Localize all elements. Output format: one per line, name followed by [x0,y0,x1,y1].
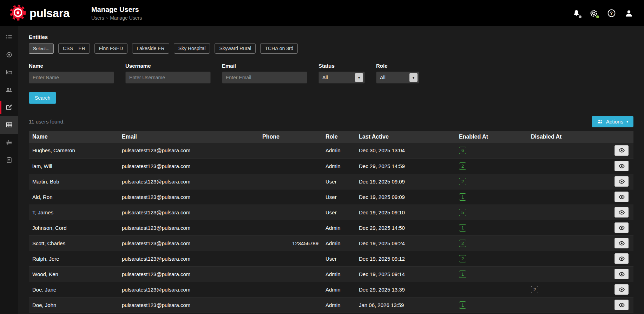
view-user-button[interactable] [615,284,629,295]
view-user-button[interactable] [615,145,629,156]
user-actions-cell [608,158,633,174]
user-last-active-cell: Dec 29, 2025 14:59 [355,158,455,174]
gear-status-icon[interactable] [589,9,598,18]
users-table-body: Hughes, Cameron pulsaratest123@pulsara.c… [29,143,633,313]
user-phone-cell [259,158,322,174]
sidebar-item-edit[interactable] [0,99,18,116]
user-role-cell: User [322,174,355,189]
account-avatar-icon[interactable] [624,9,633,18]
users-table: Name Email Phone Role Last Active Enable… [29,131,633,313]
notifications-bell-icon[interactable] [572,9,581,18]
eye-icon [618,163,625,169]
column-header-enabled-at: Enabled At [455,131,527,143]
user-last-active-cell: Dec 19, 2025 09:14 [355,266,455,282]
view-user-button[interactable] [615,176,629,187]
table-row: Doe, Jane pulsaratest123@pulsara.com Adm… [29,282,633,297]
user-name-cell: Johnson, Cord [29,220,118,235]
sidebar-item-beds[interactable] [0,64,18,81]
breadcrumb-parent[interactable]: Users [91,15,104,21]
table-row: Johnson, Cord pulsaratest123@pulsara.com… [29,220,633,235]
name-filter-group: Name [29,63,114,83]
status-select[interactable]: All [318,72,365,83]
view-user-button[interactable] [615,253,629,264]
role-select[interactable]: All [376,72,419,83]
entity-chips: Select... CSS – ERFinn FSEDLakeside ERSk… [29,43,633,54]
entity-chip[interactable]: CSS – ER [58,43,90,54]
entity-chip[interactable]: Skyward Rural [215,43,256,54]
column-header-email: Email [118,131,259,143]
enabled-count-badge: 2 [459,240,466,247]
user-phone-cell [259,220,322,235]
enabled-count-badge: 6 [459,147,466,154]
username-filter-label: Username [125,63,211,69]
user-phone-cell [259,251,322,266]
name-filter-label: Name [29,63,114,69]
results-count: 11 users found. [29,119,65,125]
filters-row: Name Username Email Status All ▾ [29,63,633,83]
pulsara-logo[interactable]: pulsara [10,5,70,22]
user-actions-cell [608,174,633,189]
table-row: iam, Will pulsaratest123@pulsara.com Adm… [29,158,633,174]
user-last-active-cell: Jan 06, 2026 13:59 [355,297,455,313]
user-email-cell: pulsaratest123@pulsara.com [118,205,259,220]
table-row: Scott, Charles pulsaratest123@pulsara.co… [29,235,633,251]
view-user-button[interactable] [615,238,629,248]
sidebar-item-reports[interactable] [0,134,18,151]
user-enabled-at-cell: 1 [455,266,527,282]
select-entities-button[interactable]: Select... [29,44,54,54]
email-filter-group: Email [222,63,307,83]
entity-chip[interactable]: TCHA on 3rd [260,43,298,54]
view-user-button[interactable] [615,161,629,171]
user-role-cell: Admin [322,266,355,282]
user-last-active-cell: Dec 19, 2025 09:09 [355,174,455,189]
sidebar-item-users-table[interactable] [0,116,18,134]
view-user-button[interactable] [615,222,629,233]
user-name-cell: Doe, John [29,297,118,313]
entity-chip[interactable]: Lakeside ER [132,43,169,54]
pulsara-logo-icon [10,5,26,22]
username-input[interactable] [125,72,211,83]
view-user-button[interactable] [615,192,629,202]
user-email-cell: pulsaratest123@pulsara.com [118,266,259,282]
view-user-button[interactable] [615,207,629,218]
table-row: Martin, Bob pulsaratest123@pulsara.com U… [29,174,633,189]
search-button[interactable]: Search [29,92,56,104]
eye-icon [618,286,625,293]
name-input[interactable] [29,72,114,83]
user-phone-cell [259,297,322,313]
sidebar-item-target[interactable] [0,46,18,64]
eye-icon [618,240,625,247]
user-actions-cell [608,189,633,205]
entity-chip[interactable]: Finn FSED [94,43,127,54]
table-row: Ralph, Jere pulsaratest123@pulsara.com U… [29,251,633,266]
actions-button[interactable]: Actions ▾ [592,116,633,127]
user-last-active-cell: Dec 29, 2025 13:39 [355,282,455,297]
user-enabled-at-cell: 1 [455,297,527,313]
user-role-cell: Admin [322,235,355,251]
enabled-count-badge: 2 [459,178,466,185]
sidebar-item-audit[interactable] [0,151,18,169]
column-header-role: Role [322,131,355,143]
user-name-cell: Ralph, Jere [29,251,118,266]
user-disabled-at-cell [527,189,608,205]
chevron-down-icon: ▾ [626,120,628,123]
help-icon[interactable]: ? [607,9,616,18]
user-actions-cell [608,205,633,220]
user-last-active-cell: Dec 19, 2025 09:12 [355,251,455,266]
sidebar-item-list[interactable] [0,28,18,46]
presence-green-dot [596,15,599,18]
view-user-button[interactable] [615,300,629,310]
actions-button-label: Actions [606,119,623,125]
sidebar-item-team[interactable] [0,81,18,99]
user-enabled-at-cell: 1 [455,189,527,205]
entities-label: Entities [29,34,633,40]
user-actions-cell [608,143,633,158]
view-user-button[interactable] [615,269,629,279]
user-last-active-cell: Dec 30, 2025 13:04 [355,143,455,158]
email-input[interactable] [222,72,307,83]
user-name-cell: Ald, Ron [29,189,118,205]
eye-icon [618,271,625,278]
entity-chip[interactable]: Sky Hospital [174,43,210,54]
status-filter-label: Status [318,63,365,69]
column-header-disabled-at: Disabled At [527,131,608,143]
